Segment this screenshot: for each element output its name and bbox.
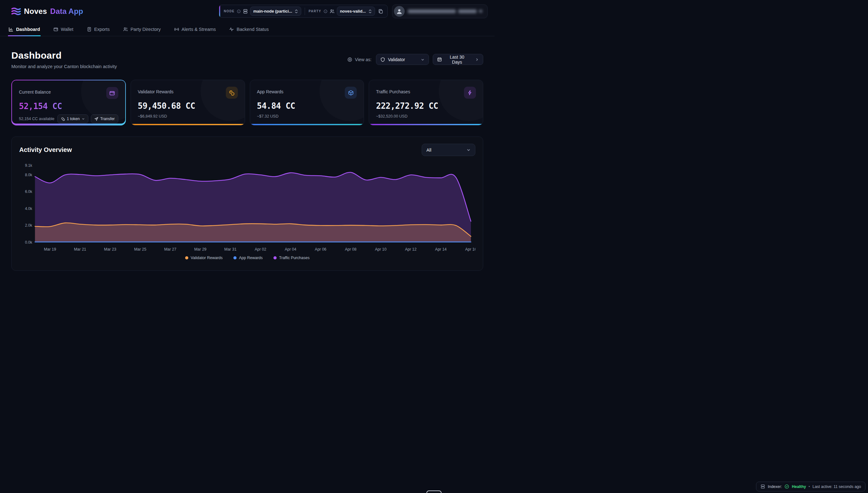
noves-logo-icon	[12, 7, 21, 16]
svg-text:0.0k: 0.0k	[25, 240, 32, 244]
updown-chevron-icon	[368, 9, 372, 14]
card-value: 222,272.92 CC	[376, 101, 476, 111]
svg-text:Mar 27: Mar 27	[164, 247, 176, 252]
lightning-icon	[464, 87, 476, 99]
card-sub: ~$7.32 USD	[257, 114, 357, 119]
legend-dot-purple	[273, 256, 276, 259]
token-select-button[interactable]: 1 token	[57, 114, 88, 123]
tab-label: Exports	[94, 27, 110, 32]
tab-exports[interactable]: Exports	[86, 22, 110, 36]
shield-icon	[380, 57, 385, 62]
legend-label: App Rewards	[239, 256, 263, 260]
card-accent-strip	[131, 124, 245, 125]
svg-text:9.1k: 9.1k	[25, 163, 32, 168]
chart-legend: Validator Rewards App Rewards Traffic Pu…	[19, 256, 475, 260]
svg-text:Mar 19: Mar 19	[44, 247, 56, 252]
card-title: Current Balance	[19, 87, 51, 94]
card-title: App Rewards	[257, 87, 284, 94]
document-icon	[87, 27, 92, 32]
svg-text:Apr 04: Apr 04	[285, 247, 296, 252]
account-chip[interactable]	[392, 4, 488, 18]
svg-text:Apr 12: Apr 12	[405, 247, 417, 252]
tab-backend-status[interactable]: Backend Status	[228, 22, 269, 36]
tab-label: Wallet	[61, 27, 74, 32]
activity-chart[interactable]: 0.0k2.0k4.0k6.0k8.0k9.1kMar 19Mar 21Mar …	[19, 161, 475, 253]
transfer-button-label: Transfer	[100, 116, 115, 121]
brand-name: Noves	[24, 7, 47, 16]
activity-title: Activity Overview	[19, 146, 72, 153]
svg-text:Apr 10: Apr 10	[375, 247, 387, 252]
server-icon	[243, 9, 248, 14]
tab-wallet[interactable]: Wallet	[53, 22, 74, 36]
legend-label: Validator Rewards	[191, 256, 223, 260]
tab-label: Party Directory	[130, 27, 161, 32]
party-select[interactable]: noves-valid...	[337, 7, 375, 16]
svg-text:Mar 29: Mar 29	[194, 247, 207, 252]
info-icon	[324, 9, 327, 13]
tab-alerts-streams[interactable]: Alerts & Streams	[173, 22, 217, 36]
transfer-button[interactable]: Transfer	[91, 114, 118, 123]
card-accent-strip	[250, 124, 364, 125]
node-label: NODE	[224, 9, 235, 13]
broadcast-icon	[174, 27, 179, 32]
page-subtitle: Monitor and analyze your Canton blockcha…	[12, 64, 117, 69]
copy-button[interactable]	[377, 8, 384, 15]
pulse-icon	[229, 27, 234, 32]
calendar-icon	[437, 57, 442, 62]
card-title: Traffic Purchases	[376, 87, 410, 94]
brand-suffix: Data App	[50, 7, 83, 16]
tab-label: Backend Status	[236, 27, 269, 32]
tab-label: Alerts & Streams	[182, 27, 216, 32]
traffic-purchases-card: Traffic Purchases 222,272.92 CC ~$32,520…	[369, 80, 483, 126]
activity-filter-value: All	[427, 148, 432, 153]
bar-chart-icon	[8, 27, 14, 32]
tab-party-directory[interactable]: Party Directory	[122, 22, 162, 36]
svg-text:6.0k: 6.0k	[25, 189, 32, 194]
view-as-select[interactable]: Validator	[376, 54, 429, 65]
legend-label: Traffic Purchases	[279, 256, 310, 260]
svg-text:Apr 14: Apr 14	[435, 247, 447, 252]
wallet-icon	[53, 27, 58, 32]
chevron-right-icon	[475, 58, 479, 62]
party-select-value: noves-valid...	[340, 9, 366, 14]
coins-icon	[226, 87, 238, 99]
tab-dashboard[interactable]: Dashboard	[8, 22, 41, 36]
legend-validator-rewards[interactable]: Validator Rewards	[185, 256, 223, 260]
card-value: 59,450.68 CC	[138, 101, 238, 111]
card-value: 54.84 CC	[257, 101, 357, 111]
svg-text:Apr 08: Apr 08	[345, 247, 356, 252]
svg-text:Mar 21: Mar 21	[74, 247, 86, 252]
svg-text:4.0k: 4.0k	[25, 207, 32, 211]
balance-value: 52,154 CC	[19, 102, 118, 111]
users-icon	[123, 27, 128, 32]
svg-text:Mar 31: Mar 31	[224, 247, 236, 252]
divider	[305, 7, 305, 15]
token-button-label: 1 token	[67, 116, 80, 121]
updown-chevron-icon	[295, 9, 298, 14]
brand: Noves Data App	[12, 7, 83, 16]
chevron-down-icon	[421, 58, 425, 62]
svg-text:8.0k: 8.0k	[25, 173, 32, 177]
view-icon	[347, 57, 352, 62]
node-party-selector-bar: NODE main-node (partici... PARTY	[219, 5, 388, 18]
app-rewards-card: App Rewards 54.84 CC ~$7.32 USD	[250, 80, 364, 126]
legend-traffic-purchases[interactable]: Traffic Purchases	[273, 256, 310, 260]
chevron-down-icon	[82, 117, 85, 121]
activity-overview-panel: Activity Overview All 0.0k2.0k4.0k6.0k8.…	[12, 136, 483, 271]
validator-rewards-card: Validator Rewards 59,450.68 CC ~$6,849.9…	[130, 80, 245, 126]
svg-text:Mar 25: Mar 25	[134, 247, 146, 252]
balance-available: 52,154 CC available	[19, 116, 55, 121]
svg-text:2.0k: 2.0k	[25, 223, 32, 228]
card-sub: ~$6,849.92 USD	[138, 114, 238, 119]
legend-dot-orange	[185, 256, 188, 259]
node-select[interactable]: main-node (partici...	[250, 7, 302, 16]
current-balance-card: Current Balance 52,154 CC 52,154 CC avai…	[12, 80, 126, 126]
date-range-button[interactable]: Last 30 Days	[433, 54, 483, 65]
node-select-value: main-node (partici...	[253, 9, 292, 14]
view-as-value: Validator	[388, 57, 405, 62]
date-range-value: Last 30 Days	[445, 55, 469, 65]
legend-app-rewards[interactable]: App Rewards	[233, 256, 263, 260]
accent-bar	[219, 5, 220, 17]
avatar	[394, 6, 405, 17]
activity-filter-select[interactable]: All	[422, 144, 475, 156]
